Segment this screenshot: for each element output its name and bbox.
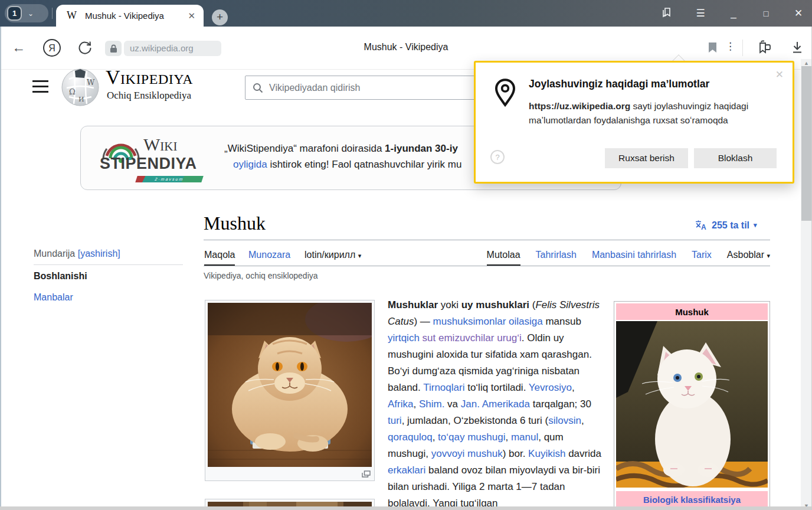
- wiki-logo-title[interactable]: Vikipediya: [106, 66, 193, 89]
- block-button[interactable]: Bloklash: [694, 148, 777, 168]
- tools-label: Asboblar: [727, 250, 764, 260]
- tab-history[interactable]: Tarix: [692, 250, 712, 266]
- page-scrollbar[interactable]: ▲ ▼: [801, 59, 812, 510]
- tab-article[interactable]: Maqola: [204, 250, 235, 266]
- location-pin-icon: [493, 78, 517, 107]
- banner-text-line1: „WikiStipendiya“ marafoni doirasida 1-iy…: [224, 143, 458, 155]
- browser-menu-icon[interactable]: ☰: [692, 6, 709, 21]
- toc-heading-label: Mundarija: [34, 249, 75, 259]
- tab-count-badge: 1: [7, 6, 22, 21]
- downloads-icon[interactable]: [791, 40, 804, 57]
- infobox-title: Mushuk: [616, 303, 768, 320]
- svg-text:Ω: Ω: [69, 87, 76, 96]
- article-paragraph: Mushuklar yoki uy mushuklari (Felis Silv…: [388, 297, 604, 510]
- page-title: Mushuk: [204, 212, 266, 234]
- svg-text:W: W: [87, 78, 95, 87]
- popup-body: https://uz.wikipedia.org sayti joylashuv…: [529, 99, 768, 128]
- tab-counter-button[interactable]: 1 ⌄: [5, 4, 48, 22]
- scroll-up-icon[interactable]: ▲: [801, 60, 812, 66]
- language-count-label: 255 ta til: [712, 220, 749, 231]
- logo-i-dot: [129, 157, 132, 160]
- title-divider: [204, 240, 770, 240]
- new-tab-button[interactable]: +: [212, 9, 228, 25]
- toolbar-divider: [742, 40, 743, 56]
- script-variant-dropdown[interactable]: lotin/кирилл ▾: [304, 250, 361, 260]
- site-subtitle: Vikipediya, ochiq ensiklopediya: [204, 271, 318, 280]
- kebab-menu-icon[interactable]: ⋮: [725, 40, 735, 53]
- minimize-button[interactable]: _: [725, 6, 742, 21]
- tab-title: Mushuk - Vikipediya: [85, 11, 164, 21]
- active-tab[interactable]: W Mushuk - Vikipediya ✕: [56, 5, 204, 27]
- side-panels-icon[interactable]: [658, 6, 676, 21]
- tab-talk[interactable]: Munozara: [248, 250, 290, 260]
- svg-text:И: И: [78, 96, 84, 103]
- wikistipendiya-logo: Wiki STIPENDIYA 2·mavsum: [100, 131, 218, 187]
- toc-divider: [34, 264, 183, 265]
- wikipedia-favicon: W: [67, 9, 77, 22]
- popup-title: Joylashuvingiz haqidagi maʼlumotlar: [529, 78, 709, 90]
- chevron-down-icon: ▾: [767, 252, 770, 259]
- chevron-down-icon: ▾: [358, 252, 362, 259]
- tab-read[interactable]: Mutolaa: [487, 250, 520, 266]
- tabs-divider: [204, 266, 770, 266]
- tab-edit-source[interactable]: Manbasini tahrirlash: [592, 250, 676, 266]
- cat-thumbnail[interactable]: [205, 300, 375, 481]
- script-variant-label: lotin/кирилл: [304, 250, 355, 260]
- logo-season-ribbon: 2·mavsum: [135, 176, 204, 182]
- translate-icon: A: [695, 220, 708, 231]
- logo-wiki-text: Wiki: [143, 135, 177, 155]
- toc-heading: Mundarija [yashirish]: [34, 249, 120, 259]
- view-tabs: Mutolaa Tahrirlash Manbasini tahrirlash …: [484, 250, 770, 266]
- allow-button[interactable]: Ruxsat berish: [605, 148, 688, 168]
- tools-dropdown[interactable]: Asboblar ▾: [727, 250, 770, 266]
- language-selector-button[interactable]: A 255 ta til ▾: [695, 220, 757, 231]
- chevron-down-icon: ▾: [754, 221, 757, 229]
- wiki-logo-subtitle: Ochiq Ensiklopediya: [107, 90, 191, 102]
- logo-stipendiya-text: STIPENDIYA: [100, 155, 197, 173]
- enlarge-icon[interactable]: [362, 470, 371, 478]
- toc-item-manbalar[interactable]: Manbalar: [34, 292, 73, 303]
- tab-bar: 1 ⌄ W Mushuk - Vikipediya ✕ + ☰ _ □ ✕: [0, 0, 812, 27]
- wikipedia-globe-logo[interactable]: Ω W И: [61, 66, 100, 110]
- tab-edit[interactable]: Tahrirlash: [536, 250, 577, 266]
- maximize-button[interactable]: □: [757, 6, 775, 21]
- main-menu-icon[interactable]: [32, 80, 48, 96]
- toc-item-boshlanishi[interactable]: Boshlanishi: [34, 271, 87, 282]
- window-border-left: [0, 27, 1, 510]
- search-icon: [253, 83, 263, 93]
- help-icon[interactable]: ?: [490, 150, 505, 164]
- taxobox: Mushuk Biologik klassifi: [614, 301, 770, 510]
- toc-hide-link[interactable]: [yashirish]: [78, 249, 120, 259]
- tabbar-divider: [52, 8, 53, 19]
- bookmark-icon[interactable]: [708, 42, 717, 55]
- collections-icon[interactable]: [757, 40, 773, 58]
- infobox-footer-link[interactable]: Biologik klassifikatsiya: [616, 491, 768, 508]
- tab-close-icon[interactable]: ✕: [188, 11, 195, 21]
- window-border-bottom: [0, 506, 812, 510]
- toolbar-page-title: Mushuk - Vikipediya: [0, 42, 812, 53]
- scrollbar-thumb[interactable]: [801, 66, 811, 221]
- location-permission-popup: Joylashuvingiz haqidagi maʼlumotlar http…: [474, 61, 794, 184]
- close-window-button[interactable]: ✕: [790, 6, 807, 21]
- svg-text:A: A: [701, 223, 706, 231]
- browser-window: 1 ⌄ W Mushuk - Vikipediya ✕ + ☰ _ □ ✕ ← …: [0, 0, 812, 510]
- banner-text-line2: oyligida ishtirok eting! Faol qatnashuvc…: [233, 159, 461, 171]
- chevron-down-icon: ⌄: [28, 9, 34, 18]
- popup-close-icon[interactable]: ✕: [775, 68, 784, 81]
- cat-on-book-image: [208, 303, 372, 467]
- white-kitten-image[interactable]: [616, 321, 768, 488]
